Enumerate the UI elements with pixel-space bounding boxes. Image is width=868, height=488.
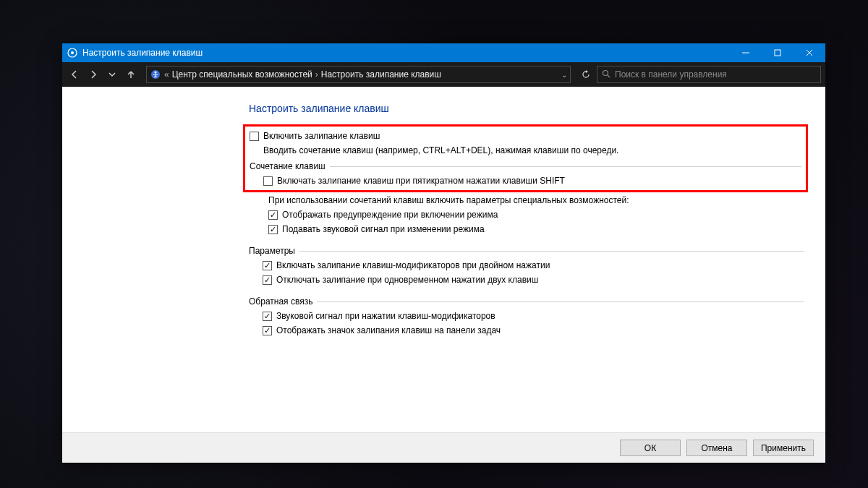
maximize-button[interactable] <box>762 43 793 62</box>
checkbox-label: Отображать предупреждение при включении … <box>282 210 498 220</box>
navbar: « Центр специальных возможностей › Настр… <box>62 62 825 87</box>
group-legend: Обратная связь <box>249 296 317 307</box>
divider <box>299 251 804 252</box>
group-legend: Сочетание клавиш <box>250 161 330 171</box>
checkbox-shift5[interactable] <box>263 176 273 186</box>
checkbox-label: Звуковой сигнал при нажатии клавиш-модиф… <box>276 311 495 321</box>
svg-point-8 <box>603 70 608 75</box>
group-legend: Параметры <box>249 246 299 256</box>
chevron-down-icon[interactable]: ⌄ <box>561 71 567 79</box>
content-area: Настроить залипание клавиш Включить зали… <box>62 87 825 432</box>
dialog-footer: ОК Отмена Применить <box>62 432 825 463</box>
highlight-annotation: Включить залипание клавиш Вводить сочета… <box>243 124 808 192</box>
refresh-button[interactable] <box>578 67 594 82</box>
checkbox-tray-icon[interactable] <box>263 326 272 335</box>
svg-line-9 <box>608 75 610 77</box>
checkbox-label: Включать залипание клавиш при пятикратно… <box>277 176 565 186</box>
svg-rect-3 <box>775 50 780 56</box>
breadcrumb[interactable]: « Центр специальных возможностей › Настр… <box>146 66 571 83</box>
checkbox-double-press[interactable] <box>263 261 272 270</box>
back-button[interactable] <box>67 67 82 82</box>
checkbox-label: Отображать значок залипания клавиш на па… <box>276 325 501 335</box>
window-title: Настроить залипание клавиш <box>82 48 730 58</box>
control-panel-window: Настроить залипание клавиш « Ц <box>62 43 825 463</box>
divider <box>330 166 801 167</box>
checkbox-label: Включать залипание клавиш-модификаторов … <box>276 260 550 270</box>
up-button[interactable] <box>123 67 139 82</box>
titlebar: Настроить залипание клавиш <box>62 43 825 62</box>
checkbox-two-keys[interactable] <box>263 275 272 285</box>
checkbox-beep[interactable] <box>263 312 272 321</box>
search-icon <box>602 69 610 80</box>
divider <box>317 301 804 302</box>
checkbox-sound-change[interactable] <box>268 225 278 234</box>
search-input[interactable] <box>615 69 816 80</box>
app-icon <box>67 47 78 59</box>
apply-button[interactable]: Применить <box>753 440 814 456</box>
group-feedback: Обратная связь Звуковой сигнал при нажат… <box>249 296 804 335</box>
page-title: Настроить залипание клавиш <box>249 103 804 114</box>
checkbox-warning[interactable] <box>268 210 278 220</box>
group-params: Параметры Включать залипание клавиш-моди… <box>249 246 804 285</box>
svg-point-7 <box>155 72 157 74</box>
enable-description: Вводить сочетание клавиш (например, CTRL… <box>263 145 801 155</box>
close-button[interactable] <box>793 43 825 62</box>
group-shortcut: Сочетание клавиш Включать залипание клав… <box>250 161 801 186</box>
minimize-button[interactable] <box>730 43 762 62</box>
cancel-button[interactable]: Отмена <box>686 440 747 456</box>
breadcrumb-item[interactable]: Настроить залипание клавиш <box>321 69 441 80</box>
breadcrumb-item[interactable]: Центр специальных возможностей <box>172 69 312 80</box>
recent-locations-button[interactable] <box>104 67 120 82</box>
sub-text: При использовании сочетаний клавиш включ… <box>268 195 804 205</box>
breadcrumb-separator-icon: « <box>164 69 169 80</box>
ease-of-access-icon <box>150 69 161 80</box>
search-box[interactable] <box>597 66 821 83</box>
checkbox-label: Включить залипание клавиш <box>263 131 380 141</box>
checkbox-enable-sticky[interactable] <box>250 132 259 141</box>
chevron-right-icon: › <box>315 69 318 80</box>
checkbox-label: Подавать звуковой сигнал при изменении р… <box>282 224 485 234</box>
ok-button[interactable]: ОК <box>620 440 681 456</box>
forward-button[interactable] <box>85 67 101 82</box>
svg-point-1 <box>71 51 74 54</box>
checkbox-label: Отключать залипание при одновременном на… <box>276 275 538 285</box>
